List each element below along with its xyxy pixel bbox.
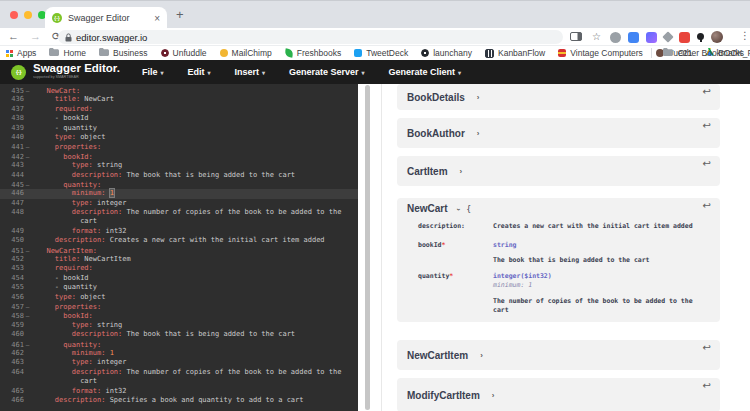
line-number: 465 (0, 387, 24, 396)
bookmark-label: Vintage Computers (570, 48, 643, 58)
property-value: stringThe book that is being added to th… (493, 241, 710, 266)
browser-menu-icon[interactable]: ⋮ (740, 30, 750, 41)
close-window-button[interactable] (10, 11, 18, 19)
menu-generate-server[interactable]: Generate Server▾ (289, 67, 365, 77)
return-arrow-icon[interactable]: ↩ (703, 121, 711, 131)
menu-label: File (142, 67, 158, 77)
return-arrow-icon[interactable]: ↩ (703, 343, 711, 353)
chevron-right-icon: › (477, 93, 480, 102)
code-text: NewCartItem: (38, 247, 97, 255)
bookmark-mailchimp[interactable]: MailChimp (220, 48, 272, 58)
side-panel-icon[interactable] (570, 32, 582, 41)
new-tab-button[interactable]: + (176, 8, 184, 21)
bookmark-tweetdeck[interactable]: TweetDeck (354, 48, 408, 58)
return-arrow-icon[interactable]: ↩ (703, 201, 711, 211)
extension-red[interactable] (679, 32, 690, 43)
browser-tab[interactable]: {-} Swagger Editor × (45, 7, 167, 29)
code-text: type: object (38, 293, 105, 301)
model-title: NewCart (407, 203, 448, 214)
code-text: type: object (38, 133, 105, 141)
code-text: required: (38, 264, 93, 272)
fold-toggle-icon[interactable]: – (24, 302, 31, 311)
model-card-bookdetails[interactable]: BookDetails›↩ (397, 84, 720, 110)
extension-cube[interactable] (662, 31, 673, 42)
bookmark-label: Business (113, 48, 148, 58)
code-line-436: 436 title: NewCart (0, 95, 358, 104)
back-icon[interactable]: ← (8, 30, 19, 43)
model-card-newcart-expanded[interactable]: ↩NewCart›{description:Creates a new cart… (397, 198, 720, 322)
bookmark-label: Unfuddle (173, 48, 207, 58)
pane-splitter[interactable] (358, 84, 390, 411)
line-number: 444 (0, 171, 24, 180)
url-text[interactable]: editor.swagger.io (76, 32, 147, 43)
extension-pin[interactable] (697, 33, 704, 42)
chevron-down-icon: ▾ (160, 69, 163, 76)
editor-scrollbar-thumb[interactable] (365, 85, 370, 410)
fold-toggle-icon[interactable]: – (24, 311, 31, 320)
model-card-modifycartitem[interactable]: ModifyCartItem›↩ (397, 378, 720, 411)
bookmark-star-icon[interactable]: ☆ (592, 31, 601, 42)
bag-icon (558, 49, 566, 57)
return-arrow-icon[interactable]: ↩ (703, 87, 711, 97)
model-title: BookAuthor (407, 128, 465, 139)
line-number: 454 (0, 274, 24, 283)
extension-globe[interactable] (610, 32, 621, 43)
fold-toggle-icon[interactable]: – (24, 246, 31, 255)
model-card-cartitem[interactable]: CartItem›↩ (397, 156, 720, 186)
code-line-454: 454 - bookId (0, 274, 358, 283)
menu-edit[interactable]: Edit▾ (187, 67, 210, 77)
address-bar[interactable]: editor.swagger.io (58, 30, 563, 44)
menu-insert[interactable]: Insert▾ (234, 67, 265, 77)
extension-blue[interactable] (628, 32, 639, 43)
chevron-down-icon: ▾ (207, 69, 210, 76)
return-arrow-icon[interactable]: ↩ (703, 159, 711, 169)
bookmark-home[interactable]: Home (49, 48, 86, 58)
code-line-wrap: cart (0, 377, 358, 386)
property-desc: Creates a new cart with the initial cart… (493, 222, 710, 232)
code-line-438: 438 - bookId (0, 114, 358, 123)
code-text: description: Specifies a book and quanti… (38, 396, 304, 404)
property-type: string (493, 241, 710, 251)
bookmark-unfuddle[interactable]: Unfuddle (161, 48, 207, 58)
model-card-newcartitem[interactable]: NewCartItem›↩ (397, 340, 720, 370)
model-header[interactable]: NewCart›{ (407, 203, 710, 214)
bookmark-kanbanflow[interactable]: KanbanFlow (485, 48, 545, 58)
fold-toggle-icon[interactable]: – (24, 152, 31, 161)
forward-icon[interactable]: → (30, 30, 41, 43)
menu-generate-client[interactable]: Generate Client▾ (389, 67, 462, 77)
code-line-450: 450 description: Creates a new cart with… (0, 236, 358, 245)
code-text: description: The book that is being adde… (38, 171, 295, 179)
minimize-window-button[interactable] (24, 11, 32, 19)
line-number: 449 (0, 227, 24, 236)
extension-gradient[interactable] (646, 32, 657, 43)
code-line-441: 441– properties: (0, 142, 358, 151)
fold-toggle-icon[interactable]: – (24, 340, 31, 349)
fold-toggle-icon[interactable]: – (24, 180, 31, 189)
swagger-editor-window: {-} Swagger Editor × + ← → ⟳ editor.swag… (0, 0, 750, 411)
fold-toggle-icon[interactable]: – (24, 86, 31, 95)
chevron-right-icon: › (477, 129, 480, 138)
menu-file[interactable]: File▾ (142, 67, 164, 77)
code-line-461: 461– quantity: (0, 340, 358, 349)
property-row: bookId*stringThe book that is being adde… (418, 241, 710, 266)
bookmark-vintage-computers[interactable]: Vintage Computers (558, 48, 643, 58)
tab-close-icon[interactable]: × (154, 13, 160, 24)
code-text: bookId: (38, 153, 93, 161)
return-arrow-icon[interactable]: ↩ (703, 381, 711, 391)
bookmarks-bar: AppsHomeBusinessUnfuddleMailChimpFreshbo… (0, 46, 750, 60)
other-bookmarks-button[interactable]: Other Bookmarks (678, 48, 744, 58)
menu-label: Generate Client (389, 67, 456, 77)
bookmark-business[interactable]: Business (99, 48, 148, 58)
fold-toggle-icon[interactable]: – (24, 142, 31, 151)
model-card-bookauthor[interactable]: BookAuthor›↩ (397, 118, 720, 148)
code-line-453: 453 required: (0, 264, 358, 273)
yaml-code-editor[interactable]: 435– NewCart:436 title: NewCart437 requi… (0, 84, 358, 411)
code-line-462: 462 minimum: 1 (0, 349, 358, 358)
code-text: cart (38, 377, 97, 385)
model-title: BookDetails (407, 92, 465, 103)
code-text: - quantity (38, 283, 97, 291)
bookmark-freshbooks[interactable]: Freshbooks (285, 48, 341, 58)
bookmark-apps[interactable]: Apps (6, 48, 36, 58)
profile-avatar[interactable] (711, 31, 723, 43)
bookmark-launchany[interactable]: launchany (421, 48, 472, 58)
